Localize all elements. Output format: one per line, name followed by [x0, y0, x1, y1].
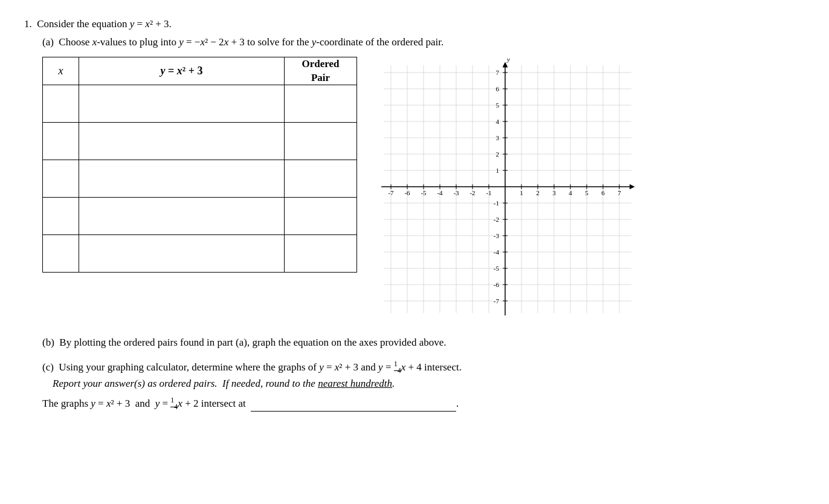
x-label-neg4: -4: [437, 189, 443, 196]
op-cell-3[interactable]: [285, 160, 357, 198]
graph-container: -7 -6 -5 -4 -3 -2 -1 1 2 3 4 5 6 7 7 6 5…: [375, 57, 635, 326]
op-cell-4[interactable]: [285, 198, 357, 235]
x-label-neg5: -5: [421, 189, 427, 196]
x-cell-1[interactable]: [43, 85, 79, 123]
x-label-7: 7: [618, 189, 621, 196]
y-label-neg4: -4: [494, 248, 500, 256]
op-cell-5[interactable]: [285, 235, 357, 273]
y-label-neg1: -1: [494, 199, 499, 207]
problem-number: 1. Consider the equation y = x² + 3.: [24, 18, 805, 30]
y-label-5: 5: [496, 102, 500, 109]
table-container: x y = x² + 3 OrderedPair: [42, 57, 357, 273]
eq-cell-2[interactable]: [79, 123, 285, 160]
table-row: [43, 198, 357, 235]
x-label-neg1: -1: [486, 189, 491, 196]
x-cell-4[interactable]: [43, 198, 79, 235]
x-label-neg3: -3: [453, 189, 459, 196]
y-label-neg7: -7: [494, 297, 500, 305]
x-cell-3[interactable]: [43, 160, 79, 198]
table-row: [43, 160, 357, 198]
x-label-3: 3: [552, 189, 556, 196]
x-label-1: 1: [520, 189, 523, 196]
part-d: The graphs y = x² + 3 and y = 14x + 2 in…: [42, 396, 805, 412]
x-label-neg6: -6: [404, 189, 410, 196]
y-label-2: 2: [496, 150, 500, 158]
col-x-header: x: [43, 57, 79, 85]
table-row: [43, 235, 357, 273]
x-label-neg2: -2: [469, 189, 475, 196]
table-row: [43, 123, 357, 160]
answer-line[interactable]: [251, 399, 456, 412]
values-table: x y = x² + 3 OrderedPair: [42, 57, 357, 273]
content-row: x y = x² + 3 OrderedPair: [42, 57, 805, 326]
y-label-6: 6: [496, 85, 500, 92]
problem-num-text: 1.: [24, 18, 32, 30]
col-op-header: OrderedPair: [285, 57, 357, 85]
x-label-neg7: -7: [388, 189, 394, 196]
part-c-text: (c) Using your graphing calculator, dete…: [42, 360, 805, 375]
part-c: (c) Using your graphing calculator, dete…: [42, 360, 805, 390]
op-cell-1[interactable]: [285, 85, 357, 123]
y-label-4: 4: [496, 118, 500, 125]
x-label-5: 5: [585, 189, 589, 196]
ordered-pair-header: OrderedPair: [302, 58, 339, 83]
eq-cell-4[interactable]: [79, 198, 285, 235]
table-row: [43, 85, 357, 123]
y-label-neg2: -2: [494, 216, 499, 223]
eq-cell-1[interactable]: [79, 85, 285, 123]
x-cell-2[interactable]: [43, 123, 79, 160]
y-label-neg5: -5: [494, 265, 500, 272]
col-eq-header: y = x² + 3: [79, 57, 285, 85]
x-cell-5[interactable]: [43, 235, 79, 273]
op-cell-2[interactable]: [285, 123, 357, 160]
part-a-label: (a) Choose x-values to plug into y = −x²…: [42, 36, 805, 48]
coordinate-plane: -7 -6 -5 -4 -3 -2 -1 1 2 3 4 5 6 7 7 6 5…: [375, 57, 635, 323]
part-b: (b) By plotting the ordered pairs found …: [42, 337, 805, 349]
y-label-neg3: -3: [494, 232, 500, 239]
y-label-3: 3: [496, 134, 500, 141]
y-label-1: 1: [496, 167, 500, 174]
y-label-7: 7: [496, 69, 500, 76]
eq-cell-3[interactable]: [79, 160, 285, 198]
x-label-2: 2: [536, 189, 540, 196]
eq-cell-5[interactable]: [79, 235, 285, 273]
y-axis-label: y: [506, 57, 510, 63]
part-c-italic: Report your answer(s) as ordered pairs. …: [42, 378, 805, 390]
x-label-4: 4: [569, 189, 572, 196]
y-label-neg6: -6: [494, 281, 500, 288]
equation-header-text: y = x² + 3: [161, 65, 203, 77]
x-label-6: 6: [601, 189, 605, 196]
